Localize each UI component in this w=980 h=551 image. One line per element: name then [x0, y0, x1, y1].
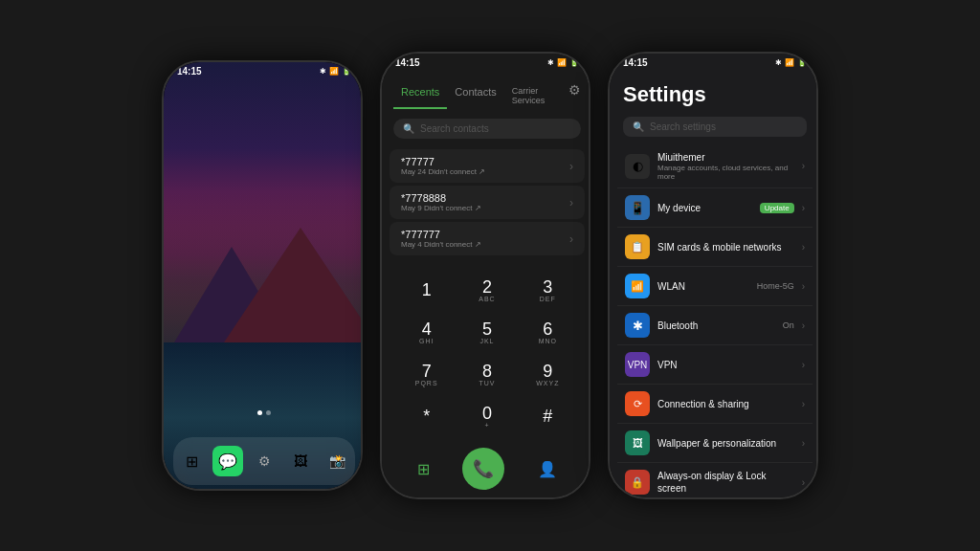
device-icon: 📱 [625, 195, 650, 220]
settings-search-bar[interactable]: 🔍 Search settings [623, 117, 807, 137]
signal-icon-3: 📶 [785, 58, 794, 67]
bt-setting-icon: ✱ [625, 313, 650, 338]
call-item-1[interactable]: *7778888 May 9 Didn't connect ↗ › [390, 186, 585, 219]
call-meta-1: May 9 Didn't connect ↗ [401, 204, 569, 212]
tab-contacts[interactable]: Contacts [447, 82, 503, 109]
dialer-settings-icon[interactable]: ⚙ [568, 82, 581, 109]
bt-icon-3: ✱ [775, 58, 782, 67]
vpn-label: VPN [657, 359, 794, 371]
conn-text: Connection & sharing [657, 398, 794, 410]
status-time-1: 14:15 [177, 66, 202, 77]
dock: ⊞ 💬 ⚙ 🖼 📸 [173, 437, 355, 485]
call-info-0: *77777 May 24 Didn't connect ↗ [401, 156, 569, 176]
dock-messages[interactable]: 💬 [212, 446, 243, 476]
dial-key-4[interactable]: 4GHI [397, 312, 456, 352]
lock-icon: 🔒 [625, 470, 650, 495]
sim-label: SIM cards & mobile networks [657, 241, 794, 253]
conn-label: Connection & sharing [657, 398, 794, 410]
dial-key-2[interactable]: 2ABC [457, 270, 516, 310]
status-bar-3: 14:15 ✱ 📶 🔋 [610, 54, 818, 72]
search-bar[interactable]: 🔍 Search contacts [393, 119, 581, 139]
tab-recents[interactable]: Recents [393, 82, 447, 109]
dock-settings[interactable]: ⚙ [249, 446, 279, 476]
lock-arrow: › [802, 477, 805, 488]
signal-icon-2: 📶 [557, 58, 567, 67]
status-icons-3: ✱ 📶 🔋 [775, 58, 807, 67]
call-item-0[interactable]: *77777 May 24 Didn't connect ↗ › [390, 149, 585, 183]
phone-3: 14:15 ✱ 📶 🔋 Settings 🔍 Search settings ◐… [608, 52, 818, 499]
wlan-meta: Home-5G [757, 281, 794, 291]
call-arrow-0: › [569, 160, 573, 173]
wlan-text: WLAN [657, 280, 749, 293]
dial-key-1[interactable]: 1 [397, 270, 456, 310]
bt-text: Bluetooth [657, 320, 775, 332]
call-arrow-1: › [569, 196, 573, 209]
dial-key-3[interactable]: 3DEF [519, 270, 577, 310]
settings-item-miui[interactable]: ◐ Miuithemer Manage accounts, cloud serv… [617, 144, 813, 188]
settings-item-bluetooth[interactable]: ✱ Bluetooth On › [617, 306, 813, 345]
dot-1 [257, 410, 262, 415]
status-bar-2: 14:15 ✱ 📶 🔋 [382, 54, 590, 72]
dialpad-icon[interactable]: ⊞ [417, 460, 430, 478]
dialer-screen: 14:15 ✱ 📶 🔋 Recents Contacts Carrier Ser… [382, 54, 590, 499]
dial-key-8[interactable]: 8TUV [457, 354, 516, 394]
miui-text: Miuithemer Manage accounts, cloud servic… [657, 151, 794, 181]
dock-gallery[interactable]: 🖼 [285, 446, 316, 476]
dock-camera[interactable]: 📸 [322, 446, 352, 476]
call-number-1: *7778888 [401, 192, 569, 204]
page-dots [164, 410, 363, 415]
bt-icon-2: ✱ [547, 58, 554, 67]
settings-item-sim[interactable]: 📋 SIM cards & mobile networks › [617, 228, 813, 267]
dial-key-7[interactable]: 7PQRS [397, 354, 456, 394]
call-item-2[interactable]: *777777 May 4 Didn't connect ↗ › [390, 222, 585, 255]
wlan-network: Home-5G [757, 281, 794, 291]
call-number-2: *777777 [401, 229, 569, 240]
call-info-1: *7778888 May 9 Didn't connect ↗ [401, 192, 569, 212]
vpn-icon: VPN [625, 352, 650, 377]
call-button[interactable]: 📞 [462, 448, 504, 490]
device-meta: Update [760, 203, 794, 213]
bt-arrow: › [802, 320, 805, 331]
device-text: My device [657, 202, 752, 214]
dot-2 [266, 410, 271, 415]
status-icons-2: ✱ 📶 🔋 [547, 58, 579, 67]
wlan-arrow: › [802, 281, 805, 292]
dial-key-5[interactable]: 5JKL [457, 312, 516, 352]
vpn-arrow: › [802, 360, 805, 370]
bt-status: On [783, 320, 794, 330]
wall-arrow: › [802, 438, 805, 449]
search-placeholder: Search contacts [420, 123, 489, 134]
settings-item-wlan[interactable]: 📶 WLAN Home-5G › [617, 267, 813, 306]
call-meta-0: May 24 Didn't connect ↗ [401, 167, 569, 176]
battery-icon-3: 🔋 [797, 58, 807, 67]
wall-icon: 🖼 [625, 430, 650, 455]
call-arrow-2: › [569, 232, 573, 246]
tab-carrier[interactable]: Carrier Services [504, 82, 568, 109]
dial-key-hash[interactable]: # [519, 396, 577, 436]
settings-list: ◐ Miuithemer Manage accounts, cloud serv… [610, 144, 818, 499]
recent-calls-list: *77777 May 24 Didn't connect ↗ › *777888… [382, 143, 590, 262]
dial-key-star[interactable]: * [397, 396, 456, 436]
settings-item-connection[interactable]: ⟳ Connection & sharing › [617, 385, 813, 424]
dock-grid[interactable]: ⊞ [176, 446, 207, 476]
miui-sublabel: Manage accounts, cloud services, and mor… [657, 164, 794, 181]
dial-key-6[interactable]: 6MNO [519, 312, 577, 352]
settings-item-wallpaper[interactable]: 🖼 Wallpaper & personalization › [617, 424, 813, 463]
dial-key-9[interactable]: 9WXYZ [519, 354, 577, 394]
sim-icon: 📋 [625, 234, 650, 259]
settings-item-device[interactable]: 📱 My device Update › [617, 188, 813, 228]
phone-1: 14:15 ✱ 📶 🔋 🏠 Mi Home 🎮 Games ♪ TikTok ⌨ [162, 60, 363, 491]
sim-text: SIM cards & mobile networks [657, 241, 794, 253]
signal-icon: 📶 [329, 67, 339, 76]
status-icons-1: ✱ 📶 🔋 [320, 67, 351, 76]
settings-item-vpn[interactable]: VPN VPN › [617, 345, 813, 385]
dial-key-0[interactable]: 0+ [457, 396, 516, 436]
battery-icon: 🔋 [342, 67, 351, 76]
bt-meta: On [783, 320, 794, 330]
call-meta-2: May 4 Didn't connect ↗ [401, 240, 569, 249]
contacts-bottom-icon[interactable]: 👤 [538, 460, 557, 478]
miui-label: Miuithemer [657, 151, 794, 164]
device-arrow: › [802, 203, 805, 213]
settings-item-lock[interactable]: 🔒 Always-on display & Lock screen › [617, 463, 813, 499]
wlan-label: WLAN [657, 280, 749, 293]
